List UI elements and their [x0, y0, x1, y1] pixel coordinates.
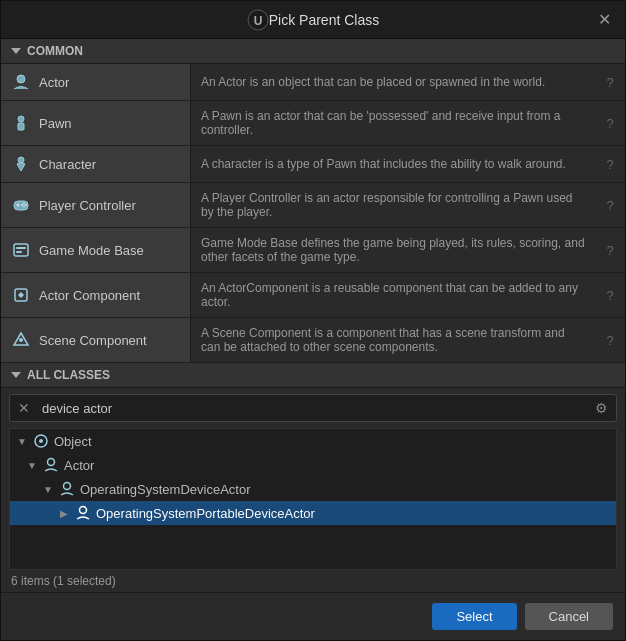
tree-item-actor-label: Actor: [64, 458, 94, 473]
scene-component-description: A Scene Component is a component that ha…: [191, 318, 595, 362]
footer: Select Cancel: [1, 592, 625, 640]
player-controller-button[interactable]: Player Controller: [1, 183, 191, 227]
tree-item-object[interactable]: ▼ Object: [10, 429, 616, 453]
os-portable-device-actor-expand-arrow: ▶: [58, 507, 70, 519]
os-device-actor-expand-arrow: ▼: [42, 483, 54, 495]
close-button[interactable]: ✕: [593, 9, 615, 31]
svg-point-21: [64, 483, 71, 490]
actor-component-help-icon[interactable]: ?: [595, 273, 625, 317]
tree-item-os-portable-device-actor-label: OperatingSystemPortableDeviceActor: [96, 506, 315, 521]
all-classes-section-header[interactable]: ALL CLASSES: [1, 363, 625, 388]
player-controller-help-icon[interactable]: ?: [595, 183, 625, 227]
actor-icon: [11, 72, 31, 92]
svg-rect-13: [16, 247, 26, 249]
search-bar: ✕ ⚙: [9, 394, 617, 422]
os-device-actor-icon: [58, 480, 76, 498]
game-mode-base-description: Game Mode Base defines the game being pl…: [191, 228, 595, 272]
common-section-header[interactable]: COMMON: [1, 39, 625, 64]
svg-text:U: U: [253, 13, 262, 27]
list-item: Actor Component An ActorComponent is a r…: [1, 273, 625, 318]
actor-component-label: Actor Component: [39, 288, 140, 303]
character-button[interactable]: Character: [1, 146, 191, 182]
pick-parent-class-window: U Pick Parent Class ✕ COMMON Actor An Ac…: [0, 0, 626, 641]
scene-component-button[interactable]: Scene Component: [1, 318, 191, 362]
actor-component-description: An ActorComponent is a reusable componen…: [191, 273, 595, 317]
svg-rect-4: [18, 123, 24, 130]
svg-point-5: [18, 157, 24, 163]
list-item: Player Controller A Player Controller is…: [1, 183, 625, 228]
list-item: Character A character is a type of Pawn …: [1, 146, 625, 183]
search-input[interactable]: [38, 396, 587, 421]
object-icon: [32, 432, 50, 450]
svg-point-20: [48, 459, 55, 466]
character-help-icon[interactable]: ?: [595, 146, 625, 182]
character-description: A character is a type of Pawn that inclu…: [191, 146, 595, 182]
svg-point-8: [23, 203, 25, 205]
actor-expand-arrow: ▼: [26, 459, 38, 471]
all-classes-chevron-icon: [11, 372, 21, 378]
actor-component-button[interactable]: Actor Component: [1, 273, 191, 317]
svg-point-10: [23, 206, 25, 208]
game-mode-base-help-icon[interactable]: ?: [595, 228, 625, 272]
pawn-description: A Pawn is an actor that can be 'possesse…: [191, 101, 595, 145]
character-icon: [11, 154, 31, 174]
pawn-label: Pawn: [39, 116, 72, 131]
tree-item-object-label: Object: [54, 434, 92, 449]
ue-logo-icon: U: [247, 9, 269, 31]
search-settings-icon[interactable]: ⚙: [587, 395, 616, 421]
all-classes-section-label: ALL CLASSES: [27, 368, 110, 382]
scene-component-icon: [11, 330, 31, 350]
status-bar: 6 items (1 selected): [1, 570, 625, 592]
window-title: Pick Parent Class: [269, 12, 379, 28]
window-content: COMMON Actor An Actor is an object that …: [1, 39, 625, 592]
list-item: Actor An Actor is an object that can be …: [1, 64, 625, 101]
svg-point-7: [17, 204, 20, 207]
common-section-label: COMMON: [27, 44, 83, 58]
list-item: Scene Component A Scene Component is a c…: [1, 318, 625, 363]
actor-button[interactable]: Actor: [1, 64, 191, 100]
scene-component-help-icon[interactable]: ?: [595, 318, 625, 362]
pawn-icon: [11, 113, 31, 133]
os-portable-device-actor-icon: [74, 504, 92, 522]
search-clear-icon[interactable]: ✕: [10, 395, 38, 421]
status-text: 6 items (1 selected): [11, 574, 116, 588]
svg-rect-14: [16, 251, 22, 253]
player-controller-description: A Player Controller is an actor responsi…: [191, 183, 595, 227]
list-item: Pawn A Pawn is an actor that can be 'pos…: [1, 101, 625, 146]
actor-tree-icon: [42, 456, 60, 474]
actor-help-icon[interactable]: ?: [595, 64, 625, 100]
svg-rect-12: [14, 244, 28, 256]
common-chevron-icon: [11, 48, 21, 54]
tree-item-actor[interactable]: ▼ Actor: [10, 453, 616, 477]
all-classes-section: ALL CLASSES ✕ ⚙ ▼ Object ▼: [1, 363, 625, 592]
svg-point-11: [21, 204, 23, 206]
tree-item-os-device-actor-label: OperatingSystemDeviceActor: [80, 482, 251, 497]
class-tree[interactable]: ▼ Object ▼ Actor ▼: [9, 428, 617, 570]
tree-item-os-device-actor[interactable]: ▼ OperatingSystemDeviceActor: [10, 477, 616, 501]
list-item: Game Mode Base Game Mode Base defines th…: [1, 228, 625, 273]
title-bar: U Pick Parent Class ✕: [1, 1, 625, 39]
player-controller-icon: [11, 195, 31, 215]
svg-point-3: [18, 116, 24, 122]
select-button[interactable]: Select: [432, 603, 516, 630]
svg-point-2: [17, 75, 25, 83]
common-items-list: Actor An Actor is an object that can be …: [1, 64, 625, 363]
pawn-button[interactable]: Pawn: [1, 101, 191, 145]
actor-label: Actor: [39, 75, 69, 90]
svg-point-22: [80, 507, 87, 514]
actor-description: An Actor is an object that can be placed…: [191, 64, 595, 100]
cancel-button[interactable]: Cancel: [525, 603, 613, 630]
svg-point-17: [19, 338, 23, 342]
scene-component-label: Scene Component: [39, 333, 147, 348]
svg-point-9: [25, 204, 27, 206]
tree-item-os-portable-device-actor[interactable]: ▶ OperatingSystemPortableDeviceActor: [10, 501, 616, 525]
character-label: Character: [39, 157, 96, 172]
game-mode-base-label: Game Mode Base: [39, 243, 144, 258]
pawn-help-icon[interactable]: ?: [595, 101, 625, 145]
svg-point-19: [39, 439, 43, 443]
game-mode-base-button[interactable]: Game Mode Base: [1, 228, 191, 272]
object-expand-arrow: ▼: [16, 435, 28, 447]
player-controller-label: Player Controller: [39, 198, 136, 213]
actor-component-icon: [11, 285, 31, 305]
game-mode-base-icon: [11, 240, 31, 260]
